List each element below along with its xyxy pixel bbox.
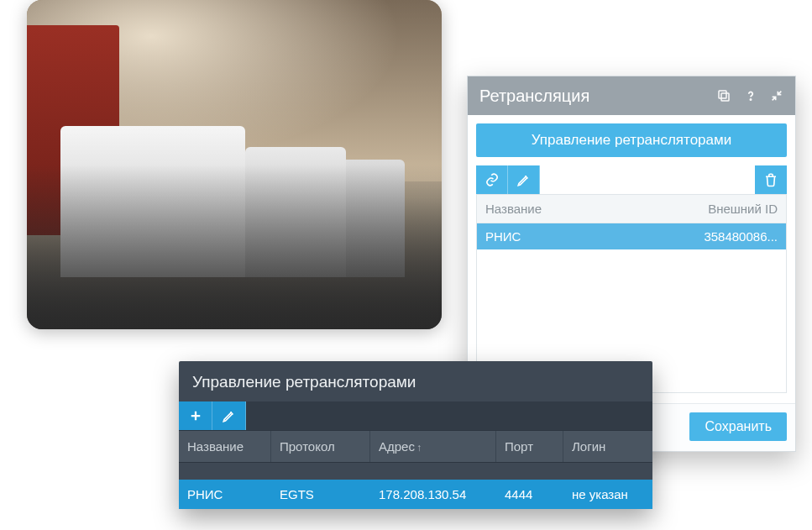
- dark-toolbar: [179, 401, 652, 430]
- save-button[interactable]: Сохранить: [689, 412, 787, 441]
- col-port-header[interactable]: Порт: [496, 431, 563, 462]
- manage-repeaters-panel: Управление ретрансляторами Название Прот…: [179, 361, 652, 509]
- truck: [245, 147, 346, 277]
- sort-asc-icon: ↑: [416, 442, 422, 454]
- cell-extid: 358480086...: [668, 223, 786, 249]
- cell-login: не указан: [563, 480, 652, 509]
- add-button[interactable]: [179, 401, 212, 430]
- cell-name: РНИС: [179, 480, 271, 509]
- edit-button[interactable]: [212, 401, 246, 430]
- dark-panel-title: Управление ретрансляторами: [179, 361, 652, 401]
- edit-button[interactable]: [508, 165, 540, 194]
- svg-rect-0: [721, 93, 729, 101]
- panel-titlebar: Ретрансляция: [468, 76, 795, 115]
- cell-name: РНИС: [477, 223, 668, 249]
- table-row[interactable]: РНИС 358480086...: [477, 223, 786, 249]
- col-address-header[interactable]: Адрес↑: [370, 431, 496, 462]
- col-login-header[interactable]: Логин: [563, 431, 652, 462]
- light-toolbar: [476, 165, 787, 194]
- manage-repeaters-tab[interactable]: Управление ретрансляторами: [476, 123, 787, 157]
- help-icon[interactable]: [743, 88, 758, 103]
- table-row[interactable]: РНИС EGTS 178.208.130.54 4444 не указан: [179, 480, 652, 509]
- cell-port: 4444: [496, 480, 563, 509]
- panel-title: Ретрансляция: [479, 87, 716, 106]
- svg-rect-1: [719, 91, 726, 98]
- trucks-photo: [27, 0, 442, 329]
- delete-button[interactable]: [755, 165, 787, 194]
- collapse-icon[interactable]: [770, 89, 783, 102]
- dark-table-header: Название Протокол Адрес↑ Порт Логин: [179, 430, 652, 463]
- cell-address: 178.208.130.54: [370, 480, 496, 509]
- copy-icon[interactable]: [716, 88, 731, 103]
- table-gap: [179, 463, 652, 480]
- svg-point-2: [750, 99, 751, 100]
- link-button[interactable]: [476, 165, 508, 194]
- col-protocol-header[interactable]: Протокол: [271, 431, 370, 462]
- truck: [60, 126, 245, 277]
- truck: [338, 160, 405, 277]
- col-name-header[interactable]: Название: [179, 431, 271, 462]
- col-name-header[interactable]: Название: [477, 195, 668, 223]
- col-extid-header[interactable]: Внешний ID: [668, 195, 786, 223]
- cell-protocol: EGTS: [271, 480, 370, 509]
